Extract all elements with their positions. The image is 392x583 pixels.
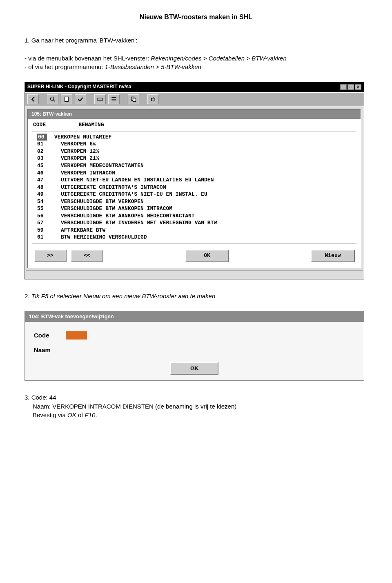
form-ok-row: OK [34, 360, 355, 375]
table-row[interactable]: 45VERKOPEN MEDECONTRACTANTEN [37, 162, 352, 170]
document-icon[interactable] [61, 94, 72, 104]
cell-name: BTW HERZIENING VERSCHULDIGD [53, 234, 147, 241]
copy-icon[interactable] [128, 94, 139, 104]
cell-code: 49 [37, 191, 53, 198]
maximize-icon[interactable]: □ [347, 84, 354, 90]
window-btw-vakken: SUPER Hi-LINK - Copyright MASTERIT nv/sa… [24, 82, 364, 279]
cell-name: VERSCHULDIGDE BTW AANKOPEN MEDECONTRACTA… [53, 212, 195, 220]
step3-l3a: Bevestig via [33, 411, 67, 418]
settings-icon[interactable] [147, 94, 159, 104]
cell-name: VERSCHULDIGDE BTW AANKOPEN INTRACOM [53, 205, 172, 212]
step3-line3: Bevestig via OK of F10. [24, 411, 368, 420]
toolbar-separator [142, 94, 145, 103]
toolbar-separator [89, 94, 92, 103]
cell-code: 59 [37, 227, 53, 234]
step1-lead: 1. Ga naar het programma 'BTW-vakken': [24, 36, 368, 45]
step3-ok: OK [67, 411, 76, 418]
close-icon[interactable]: × [355, 84, 361, 90]
window-btw-vak-form: 104: BTW-vak toevoegen/wijzigen Code Naa… [24, 311, 364, 381]
step2-num: 2. [24, 293, 31, 299]
cell-name: VERKOPEN 21% [53, 155, 99, 162]
cell-name: VERKOPEN MEDECONTRACTANTEN [53, 162, 144, 170]
toolbar-separator [122, 94, 125, 103]
table-row[interactable]: 59AFTREKBARE BTW [37, 227, 352, 234]
step3-line1: 3. Code: 44 [24, 393, 368, 402]
step1-line-b: - of via het programmamenu: 1-Basisbesta… [24, 63, 368, 71]
cell-name: VERSCHULDIGDE BTW VERKOPEN [53, 198, 144, 206]
column-headers: CODE BENAMING [28, 119, 361, 130]
cell-code: 61 [37, 234, 53, 241]
ok-button[interactable]: OK [170, 362, 218, 375]
toolbar-separator [41, 94, 45, 103]
checkmark-icon[interactable] [75, 94, 86, 104]
svg-rect-12 [151, 98, 155, 101]
cell-code: 55 [37, 205, 53, 212]
svg-rect-3 [98, 98, 102, 101]
cell-name: AFTREKBARE BTW [53, 227, 105, 234]
col-code: CODE [33, 121, 46, 129]
window-body: 105: BTW-vakken CODE BENAMING 00VERKOPEN… [27, 109, 361, 268]
form-body: Code Naam OK [25, 322, 364, 380]
code-label: Code [34, 331, 66, 340]
cell-name: UITVOER NIET-EU LANDEN EN INSTALLATIES E… [53, 176, 214, 184]
cell-name: UITGEREIKTE CREDITNOTA'S INTRACOM [53, 184, 166, 191]
panel-title: 105: BTW-vakken [28, 109, 361, 119]
step1-b-path: 1-Basisbestanden > 5-BTW-vakken [105, 63, 201, 70]
step-2: 2. Tik F5 of selecteer Nieuw om een nieu… [24, 292, 368, 301]
table-row[interactable]: 48UITGEREIKTE CREDITNOTA'S INTRACOM [37, 184, 352, 191]
table-row[interactable]: 02VERKOPEN 12% [37, 148, 352, 155]
cell-code: 01 [37, 141, 53, 148]
ok-button[interactable]: OK [185, 250, 229, 262]
new-button[interactable]: Nieuw [311, 250, 355, 262]
step1-a-text: - via de menubalk bovenaan het SHL-venst… [24, 55, 151, 62]
button-row: >> << OK Nieuw [28, 248, 361, 267]
data-rows: 00VERKOPEN NULTARIEF 01VERKOPEN 6% 02VER… [32, 132, 356, 244]
step-1: 1. Ga naar het programma 'BTW-vakken': -… [24, 36, 368, 71]
step-3: 3. Code: 44 Naam: VERKOPEN INTRACOM DIEN… [24, 393, 368, 420]
step1-a-path: Rekeningen/codes > Codetabellen > BTW-va… [151, 55, 286, 62]
table-row[interactable]: 46VERKOPEN INTRACOM [37, 170, 352, 177]
code-input[interactable] [66, 331, 87, 340]
step1-b-text: - of via het programmamenu: [24, 63, 105, 70]
table-row[interactable]: 55VERSCHULDIGDE BTW AANKOPEN INTRACOM [37, 205, 352, 212]
table-row[interactable]: 49UITGEREIKTE CREDITNOTA'S NIET-EU EN IN… [37, 191, 352, 198]
step2-text: Tik F5 of selecteer Nieuw om een nieuw B… [31, 293, 216, 299]
back-arrow-icon[interactable] [27, 94, 39, 104]
minimize-icon[interactable]: _ [340, 84, 347, 90]
svg-line-1 [53, 100, 55, 101]
table-row[interactable]: 56VERSCHULDIGDE BTW AANKOPEN MEDECONTRAC… [37, 212, 352, 220]
table-row[interactable]: 03VERKOPEN 21% [37, 155, 352, 162]
spacer [233, 250, 307, 262]
cell-code: 47 [37, 176, 53, 184]
step3-f10: F10 [85, 411, 96, 418]
cell-name: VERKOPEN NULTARIEF [47, 134, 111, 141]
table-row[interactable]: 61BTW HERZIENING VERSCHULDIGD [37, 234, 352, 241]
list-icon[interactable] [108, 94, 120, 104]
cell-code: 02 [37, 148, 53, 155]
next-page-button[interactable]: >> [34, 250, 67, 262]
table-row[interactable]: 57VERSCHULDIGDE BTW INVOEREN MET VERLEGG… [37, 219, 352, 227]
table-row[interactable]: 54VERSCHULDIGDE BTW VERKOPEN [37, 198, 352, 206]
cell-code: 56 [37, 212, 53, 220]
svg-rect-11 [133, 98, 136, 101]
step3-l3e: . [95, 411, 97, 418]
form-title: 104: BTW-vak toevoegen/wijzigen [25, 311, 364, 322]
name-label: Naam [34, 346, 66, 355]
cell-code: 03 [37, 155, 53, 162]
step3-line2: Naam: VERKOPEN INTRACOM DIENSTEN (de ben… [24, 402, 368, 411]
spacer [107, 250, 181, 262]
table-row[interactable]: 00VERKOPEN NULTARIEF [37, 134, 352, 141]
keyboard-icon[interactable] [94, 94, 106, 104]
svg-rect-2 [65, 97, 68, 101]
window-titlebar: SUPER Hi-LINK - Copyright MASTERIT nv/sa… [25, 82, 364, 92]
cell-code: 46 [37, 170, 53, 177]
search-icon[interactable] [47, 94, 58, 104]
table-row[interactable]: 47UITVOER NIET-EU LANDEN EN INSTALLATIES… [37, 176, 352, 184]
prev-page-button[interactable]: << [71, 250, 103, 262]
cell-name: VERSCHULDIGDE BTW INVOEREN MET VERLEGGIN… [53, 219, 217, 227]
page-title: Nieuwe BTW-roosters maken in SHL [24, 12, 368, 22]
form-row-code: Code [34, 331, 355, 340]
table-row[interactable]: 01VERKOPEN 6% [37, 141, 352, 148]
cell-name: VERKOPEN INTRACOM [53, 170, 115, 177]
step1-line-a: - via de menubalk bovenaan het SHL-venst… [24, 54, 368, 63]
